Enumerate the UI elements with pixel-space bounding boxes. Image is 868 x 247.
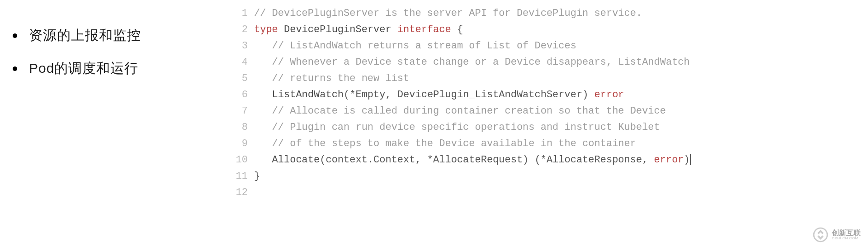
code-line: 11} bbox=[231, 168, 868, 185]
line-number: 1 bbox=[231, 5, 248, 22]
code-content: // DevicePluginServer is the server API … bbox=[254, 5, 642, 22]
code-line: 1// DevicePluginServer is the server API… bbox=[231, 5, 868, 22]
code-content: } bbox=[254, 168, 260, 185]
bullet-dot-icon bbox=[13, 33, 17, 38]
line-number: 7 bbox=[231, 103, 248, 119]
code-line: 8 // Plugin can run device specific oper… bbox=[231, 119, 868, 136]
line-number: 5 bbox=[231, 71, 248, 87]
code-content: // returns the new list bbox=[254, 71, 409, 87]
code-content: type DevicePluginServer interface { bbox=[254, 22, 463, 38]
code-content: Allocate(context.Context, *AllocateReque… bbox=[254, 152, 691, 168]
line-number: 10 bbox=[231, 152, 248, 168]
code-line: 12 bbox=[231, 185, 868, 201]
bullet-list: 资源的上报和监控 Pod的调度和运行 bbox=[13, 26, 231, 78]
code-line: 9 // of the steps to make the Device ava… bbox=[231, 136, 868, 152]
code-content: // of the steps to make the Device avail… bbox=[254, 136, 636, 152]
code-line: 2type DevicePluginServer interface { bbox=[231, 22, 868, 38]
code-content: ListAndWatch(*Empty, DevicePlugin_ListAn… bbox=[254, 87, 624, 103]
code-content: // Plugin can run device specific operat… bbox=[254, 119, 660, 136]
line-number: 11 bbox=[231, 168, 248, 185]
code-content: // ListAndWatch returns a stream of List… bbox=[254, 38, 576, 54]
line-number: 2 bbox=[231, 22, 248, 38]
watermark: 创新互联 CXHLCN.COM bbox=[813, 227, 861, 242]
line-number: 3 bbox=[231, 38, 248, 54]
bullet-text: Pod的调度和运行 bbox=[29, 59, 138, 78]
brand-name-en: CXHLCN.COM bbox=[832, 237, 861, 241]
line-number: 4 bbox=[231, 54, 248, 71]
text-cursor-icon bbox=[690, 154, 691, 165]
brand-name-cn: 创新互联 bbox=[832, 229, 861, 237]
line-number: 12 bbox=[231, 185, 248, 201]
code-line: 5 // returns the new list bbox=[231, 71, 868, 87]
code-content: // Allocate is called during container c… bbox=[254, 103, 666, 119]
line-number: 8 bbox=[231, 119, 248, 136]
code-line: 10 Allocate(context.Context, *AllocateRe… bbox=[231, 152, 868, 168]
bullet-item: Pod的调度和运行 bbox=[13, 59, 231, 78]
code-content: // Whenever a Device state change or a D… bbox=[254, 54, 690, 71]
bullet-text: 资源的上报和监控 bbox=[29, 26, 141, 45]
line-number: 9 bbox=[231, 136, 248, 152]
bullet-dot-icon bbox=[13, 66, 17, 71]
code-line: 3 // ListAndWatch returns a stream of Li… bbox=[231, 38, 868, 54]
code-pane: 1// DevicePluginServer is the server API… bbox=[231, 0, 868, 247]
bullet-item: 资源的上报和监控 bbox=[13, 26, 231, 45]
code-line: 7 // Allocate is called during container… bbox=[231, 103, 868, 119]
line-number: 6 bbox=[231, 87, 248, 103]
code-line: 4 // Whenever a Device state change or a… bbox=[231, 54, 868, 71]
watermark-text: 创新互联 CXHLCN.COM bbox=[832, 229, 861, 241]
code-line: 6 ListAndWatch(*Empty, DevicePlugin_List… bbox=[231, 87, 868, 103]
brand-logo-icon bbox=[813, 227, 828, 242]
left-pane: 资源的上报和监控 Pod的调度和运行 bbox=[0, 0, 231, 247]
